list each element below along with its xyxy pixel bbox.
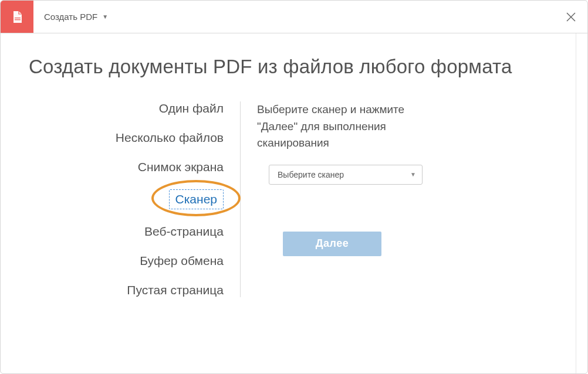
option-scanner-wrap: Сканер (169, 189, 224, 209)
scanner-select-placeholder: Выберите сканер (278, 170, 344, 179)
create-pdf-menu-label: Создать PDF (44, 12, 97, 22)
two-column-area: Один файл Несколько файлов Снимок экрана… (29, 101, 548, 297)
scrollbar-gutter[interactable] (576, 33, 587, 373)
svg-rect-0 (15, 18, 21, 18)
option-single-file[interactable]: Один файл (159, 101, 224, 115)
option-screenshot[interactable]: Снимок экрана (138, 160, 224, 174)
option-web-page[interactable]: Веб-страница (144, 225, 224, 239)
svg-rect-1 (15, 19, 21, 20)
next-button-label: Далее (316, 237, 349, 250)
body: Создать документы PDF из файлов любого ф… (1, 33, 587, 373)
create-pdf-menu[interactable]: Создать PDF ▼ (33, 1, 119, 33)
option-scanner[interactable]: Сканер (169, 189, 224, 209)
option-clipboard[interactable]: Буфер обмена (140, 254, 224, 268)
window: Создать PDF ▼ Создать документы PDF из ф… (0, 0, 588, 374)
option-multiple-files[interactable]: Несколько файлов (116, 131, 224, 145)
close-icon (566, 12, 576, 22)
pdf-app-icon (1, 1, 33, 33)
page-title: Создать документы PDF из файлов любого ф… (29, 56, 548, 78)
dropdown-caret-icon: ▼ (102, 13, 108, 20)
chevron-down-icon: ▼ (410, 171, 416, 178)
scanner-select[interactable]: Выберите сканер ▼ (269, 165, 423, 185)
source-options-list: Один файл Несколько файлов Снимок экрана… (29, 101, 240, 297)
option-blank-page[interactable]: Пустая страница (127, 283, 224, 297)
titlebar: Создать PDF ▼ (1, 1, 587, 33)
scanner-instruction: Выберите сканер и нажмите "Далее" для вы… (257, 101, 421, 152)
next-button[interactable]: Далее (283, 232, 381, 256)
content: Создать документы PDF из файлов любого ф… (1, 33, 576, 373)
scanner-panel: Выберите сканер и нажмите "Далее" для вы… (241, 101, 548, 297)
close-button[interactable] (555, 1, 587, 33)
